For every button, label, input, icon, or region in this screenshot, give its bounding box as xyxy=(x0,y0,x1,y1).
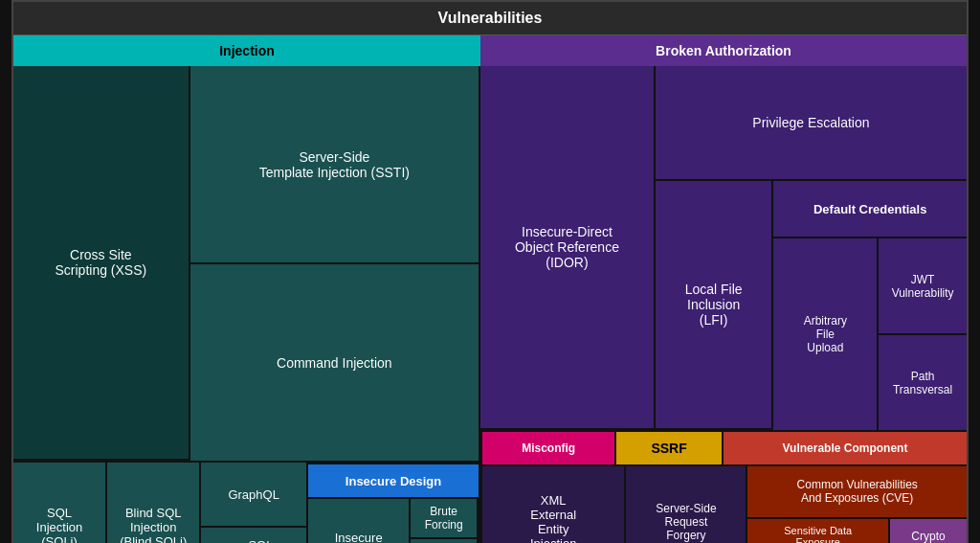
graphql-cell: GraphQL xyxy=(201,463,306,528)
insecure-design-cell: Insecure Design xyxy=(308,463,479,499)
path-traversal-cell: Path Transversal xyxy=(879,335,967,430)
lfi-default-row: Local File Inclusion (LFI) Default Crede… xyxy=(656,181,967,430)
xxe-cell: XML External Entity Injection (XXE) xyxy=(480,466,626,543)
header-row: Injection Broken Authorization xyxy=(13,35,967,66)
command-injection-cell: Command Injection xyxy=(190,264,479,461)
default-credentials-cell: Default Credentials xyxy=(773,181,967,238)
privilege-escalation-cell: Privilege Escalation xyxy=(656,66,967,181)
cve-block: Common Vulnerabilities And Exposures (CV… xyxy=(747,466,967,543)
right-block: Privilege Escalation Local File Inclusio… xyxy=(656,66,967,430)
xss-cell: Cross Site Scripting (XSS) xyxy=(13,66,190,461)
default-cred-block: Default Credentials Arbitrary File Uploa… xyxy=(773,181,967,430)
crypto-cell-1: Crypto xyxy=(890,519,967,543)
brute-forcing-cell: Brute Forcing xyxy=(411,499,477,539)
sqli-cell: SQL Injection (SQLi) xyxy=(13,463,107,543)
ssrf-cell: SSRF xyxy=(616,432,724,464)
vulnerable-component-cell: Vulnerable Component xyxy=(724,432,967,464)
injection-top: Cross Site Scripting (XSS) Server-Side T… xyxy=(13,66,479,461)
broken-auth-header: Broken Authorization xyxy=(480,35,967,66)
sensitive-crypto-row: Sensitive Data Exposure Crypto xyxy=(747,519,967,543)
mid-strip-right: Misconfig SSRF Vulnerable Component xyxy=(480,430,967,466)
lfi-cell: Local File Inclusion (LFI) xyxy=(656,181,774,430)
cve-cell: Common Vulnerabilities And Exposures (CV… xyxy=(747,466,967,519)
injection-header: Injection xyxy=(13,35,480,66)
main-body: Cross Site Scripting (XSS) Server-Side T… xyxy=(13,66,967,543)
broken-auth-top: Insecure-Direct Object Reference (IDOR) … xyxy=(480,66,967,430)
nosql-cell: noSQL Injection (SQLi) xyxy=(201,528,306,543)
misconfig-cell: Misconfig xyxy=(480,432,616,464)
broken-auth-section: Insecure-Direct Object Reference (IDOR) … xyxy=(480,66,967,543)
graphql-nosql-block: GraphQL noSQL Injection (SQLi) xyxy=(201,463,308,543)
chart-title: Vulnerabilities xyxy=(13,2,967,35)
idor-cell: Insecure-Direct Object Reference (IDOR) xyxy=(480,66,656,430)
ssti-cell: Server-Side Template Injection (SSTI) xyxy=(190,66,479,264)
injection-section: Cross Site Scripting (XSS) Server-Side T… xyxy=(13,66,480,543)
deserialization-block: Insecure Design Insecure Deserialization… xyxy=(308,463,479,543)
injection-right: Server-Side Template Injection (SSTI) Co… xyxy=(190,66,479,461)
injection-bottom: SQL Injection (SQLi) Blind SQL Injection… xyxy=(13,461,479,543)
blind-sqli-cell: Blind SQL Injection (Blind SQLi) xyxy=(107,463,201,543)
http-response-cell: HTTP Response Smuggling xyxy=(411,539,477,543)
arb-jwt-row: Arbitrary File Upload JWT Vulnerability … xyxy=(773,238,967,430)
vulnerabilities-chart: Vulnerabilities Injection Broken Authori… xyxy=(11,0,969,543)
sensitive-data-cell: Sensitive Data Exposure xyxy=(747,519,890,543)
arbitrary-upload-cell: Arbitrary File Upload xyxy=(773,238,879,430)
bottom-row-right: XML External Entity Injection (XXE) Serv… xyxy=(480,466,967,543)
brute-http-block: Brute Forcing HTTP Response Smuggling xyxy=(411,499,479,543)
jwt-path-block: JWT Vulnerability Path Transversal xyxy=(879,238,967,430)
ssrf-bottom-cell: Server-Side Request Forgery (SSRF) xyxy=(626,466,747,543)
jwt-cell: JWT Vulnerability xyxy=(879,238,967,335)
insecure-deserialization-cell: Insecure Deserialization xyxy=(308,499,411,543)
